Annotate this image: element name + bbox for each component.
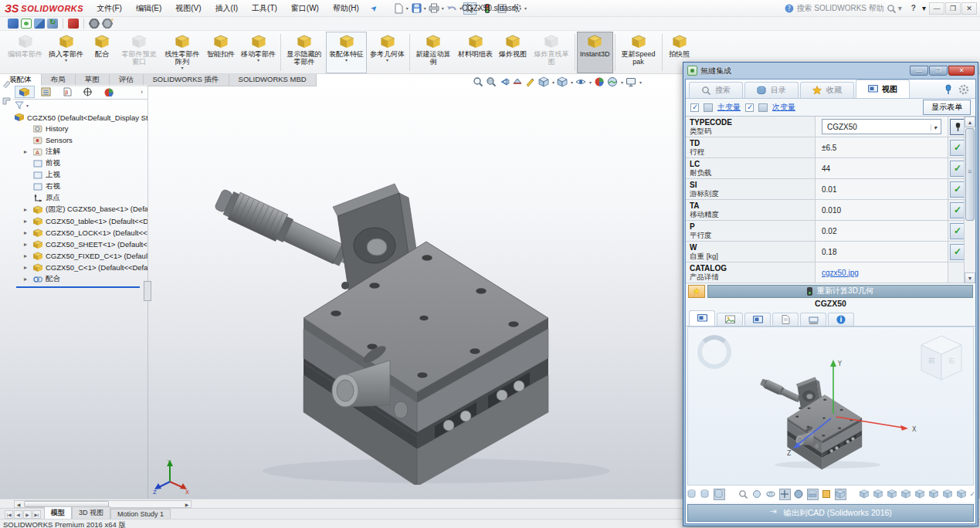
import-part-icon[interactable]	[8, 19, 19, 29]
chevron-down-icon[interactable]: ▾	[442, 5, 444, 11]
shaded-edges-view-icon[interactable]	[714, 489, 725, 500]
view-top-icon[interactable]	[928, 489, 940, 500]
preview-tab[interactable]	[772, 313, 799, 326]
tree-item[interactable]: ▸ CGZX50_LOCK<1> (Default<<Defa	[15, 227, 148, 239]
ribbon-button[interactable]: Instant3D	[577, 32, 613, 73]
display-style-icon[interactable]	[557, 76, 568, 87]
ribbon-button[interactable]: 移动零部件 ▾	[238, 32, 279, 73]
ribbon-button[interactable]: 爆炸视图	[496, 32, 530, 73]
confirm-check-button[interactable]	[950, 223, 965, 239]
pin-param-button[interactable]	[950, 119, 965, 135]
chevron-down-icon[interactable]: ▾	[345, 59, 348, 63]
panel-minimize-button[interactable]: —	[910, 66, 928, 76]
tree-item[interactable]: ▸ History	[15, 123, 148, 134]
tab-featuremanager[interactable]	[15, 86, 35, 98]
view-bottom-icon[interactable]	[941, 489, 953, 500]
chevron-down-icon[interactable]: ▾	[922, 4, 926, 12]
tree-item[interactable]: ▸ 注解	[15, 146, 148, 157]
scroll-right-arrow[interactable]: ▶	[183, 502, 191, 507]
first-tab-button[interactable]: |◀	[5, 510, 13, 519]
standard-box-icon[interactable]	[21, 19, 32, 29]
panel-splitter-handle[interactable]	[144, 281, 151, 301]
chevron-down-icon[interactable]: ▾	[571, 80, 573, 85]
ribbon-button[interactable]: 线性零部件阵列 ▾	[161, 32, 204, 73]
ribbon-tab[interactable]: SOLIDWORKS MBD	[229, 74, 317, 86]
primary-var-checkbox[interactable]	[690, 103, 699, 112]
confirm-check-button[interactable]	[950, 161, 965, 177]
confirm-check-button[interactable]	[950, 244, 965, 260]
section-view-icon[interactable]	[512, 76, 523, 87]
chevron-down-icon[interactable]: ▾	[621, 80, 623, 85]
save-button[interactable]	[410, 2, 423, 15]
copy-parts-icon[interactable]	[34, 19, 45, 29]
chevron-down-icon[interactable]: ▾	[406, 5, 409, 11]
param-link[interactable]: cgzx50.jpg	[822, 269, 859, 277]
apply-check-icon[interactable]: ✓	[969, 490, 975, 498]
scroll-left-arrow[interactable]: ◀	[15, 502, 22, 507]
tab-displaymanager[interactable]	[98, 86, 118, 98]
shadow-cube-icon[interactable]	[835, 489, 846, 500]
tree-expand-arrow[interactable]: ▸	[24, 148, 31, 155]
tree-item[interactable]: ▸ 配合	[15, 273, 148, 285]
perspective-icon[interactable]	[793, 489, 805, 500]
tree-filter[interactable]: ▾	[13, 100, 148, 112]
hide-show-items-icon[interactable]	[575, 76, 586, 87]
panel-tab[interactable]: 收藏	[800, 82, 854, 98]
confirm-check-button[interactable]	[950, 181, 965, 198]
pan-icon[interactable]	[779, 489, 791, 500]
assembly-3d-model[interactable]	[143, 91, 653, 485]
tree-expand-arrow[interactable]: ▸	[24, 241, 31, 248]
chevron-down-icon[interactable]: ▾	[898, 4, 902, 12]
ribbon-button[interactable]: 爆炸直线草图	[530, 32, 573, 73]
last-tab-button[interactable]: ▶|	[32, 510, 41, 519]
confirm-check-button[interactable]	[950, 202, 965, 218]
chevron-down-icon[interactable]: ▾	[181, 66, 183, 70]
tree-expand-arrow[interactable]: ▸	[24, 206, 31, 213]
close-button[interactable]: ✕	[961, 2, 977, 15]
options-gear-button[interactable]	[510, 2, 524, 15]
apply-scene-icon[interactable]	[607, 76, 618, 87]
chevron-down-icon[interactable]: ▾	[639, 80, 642, 85]
recalc-3d-button[interactable]: 重新计算3D几何	[707, 285, 973, 298]
tree-item[interactable]: ▸ 前视	[15, 157, 148, 169]
chevron-down-icon[interactable]: ▾	[424, 5, 426, 11]
export-to-cad-button[interactable]: 输出到CAD (Solidworks 2016)	[687, 504, 974, 522]
macro-gear-icon[interactable]	[102, 19, 113, 29]
tree-item[interactable]: ▸ CGZX50_table<1> (Default<<Defa	[15, 215, 148, 227]
rotate-icon[interactable]	[765, 489, 777, 500]
panel-tab[interactable]: 搜索	[689, 82, 743, 98]
ribbon-button[interactable]: 参考几何体 ▾	[367, 32, 408, 73]
view-front-icon[interactable]	[873, 489, 884, 500]
edit-appearance-icon[interactable]	[594, 76, 605, 87]
prev-tab-button[interactable]: ◀	[14, 510, 22, 519]
preview-tab[interactable]	[717, 313, 743, 326]
view-dimetric-icon[interactable]	[955, 489, 967, 500]
gear-icon[interactable]	[958, 84, 969, 95]
ribbon-button[interactable]: 配合	[86, 32, 117, 73]
view-back-icon[interactable]	[887, 489, 898, 500]
favorite-star-button[interactable]	[688, 285, 705, 298]
view-left-icon[interactable]	[900, 489, 912, 500]
ribbon-button[interactable]: 零部件预览窗口	[117, 32, 161, 73]
chevron-down-icon[interactable]: ▾	[26, 103, 29, 108]
ribbon-button[interactable]: 智能扣件	[204, 32, 238, 73]
view-settings-icon[interactable]	[626, 76, 636, 87]
scroll-up-arrow[interactable]: ▲	[965, 117, 975, 127]
chevron-down-icon[interactable]: ▾	[257, 59, 259, 63]
param-dropdown[interactable]: CGZX50	[822, 119, 941, 134]
red-block-icon[interactable]	[68, 19, 79, 29]
panel-maximize-button[interactable]: ❐	[929, 66, 948, 76]
model-tab[interactable]: 模型	[44, 506, 72, 519]
preview-tab[interactable]	[828, 313, 854, 326]
preview-tab[interactable]	[744, 313, 771, 326]
pin-icon[interactable]	[944, 84, 952, 95]
confirm-check-button[interactable]	[950, 140, 965, 156]
help-button[interactable]: ?	[908, 4, 919, 12]
tree-item[interactable]: ▸ 右视	[15, 181, 148, 192]
model-tab[interactable]: 3D 视图	[72, 506, 110, 519]
print-button[interactable]	[428, 2, 441, 15]
sketch-annotate-icon[interactable]	[525, 76, 536, 87]
wireframe-view-icon[interactable]	[686, 489, 697, 500]
chevron-down-icon[interactable]: ▾	[386, 59, 388, 63]
feature-tool-icon[interactable]	[2, 96, 12, 105]
